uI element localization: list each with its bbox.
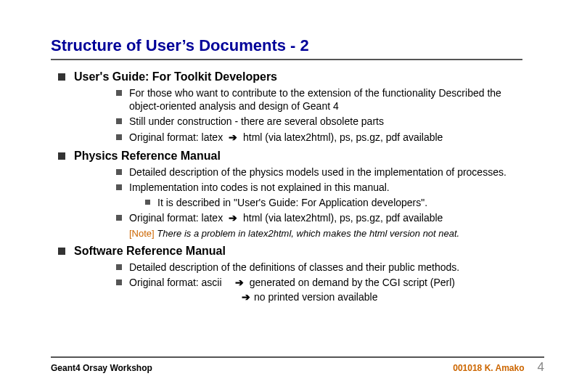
list-item: Original format: latex ➔ html (via latex… [116, 131, 522, 144]
list-item: Original format: ascii ➔ generated on de… [116, 276, 522, 289]
square-bullet-icon [116, 264, 122, 270]
list-item: Original format: latex ➔ html (via latex… [116, 211, 522, 224]
arrow-icon: ➔ [238, 291, 254, 303]
item-text: Original format: latex ➔ html (via latex… [129, 131, 443, 144]
square-bullet-icon [116, 215, 122, 221]
footer: Geant4 Orsay Workshop 001018 K. Amako 4 [51, 356, 544, 375]
item-text: Still under construction - there are sev… [129, 115, 384, 128]
footer-date-author: 001018 K. Amako [453, 363, 524, 373]
square-bullet-icon [116, 184, 122, 190]
square-bullet-icon [116, 134, 122, 140]
section-heading: Physics Reference Manual [58, 150, 522, 163]
section-heading: User's Guide: For Toolkit Developers [58, 70, 522, 83]
square-bullet-icon [58, 73, 65, 81]
empty-lead [129, 291, 238, 303]
item-text: Detailed description of the physics mode… [129, 166, 506, 179]
item-text: Original format: ascii ➔ generated on de… [129, 276, 455, 289]
subitem-text: It is described in "User's Guide: For Ap… [157, 196, 427, 209]
footer-workshop: Geant4 Orsay Workshop [51, 363, 152, 373]
list-subitem: It is described in "User's Guide: For Ap… [145, 196, 522, 209]
title-divider [51, 59, 522, 60]
item-text: Implementation into codes is not explain… [129, 181, 390, 194]
arrow-icon: ➔ [226, 212, 240, 224]
format-lead: Original format: latex [129, 212, 223, 224]
heading-text: Physics Reference Manual [74, 150, 221, 163]
arrow-icon: ➔ [232, 277, 247, 288]
format-lead: Original format: ascii [129, 276, 229, 289]
square-bullet-icon [145, 200, 150, 205]
list-item: Detailed description of the physics mode… [116, 166, 522, 179]
footer-divider [51, 356, 544, 358]
square-bullet-icon [116, 90, 122, 96]
square-bullet-icon [116, 279, 122, 285]
format-lead: Original format: latex [129, 131, 223, 143]
format-tail: no printed version available [254, 291, 377, 303]
continuation-line: ➔ no printed version available [129, 291, 522, 303]
heading-text: Software Reference Manual [74, 245, 226, 258]
format-tail: html (via latex2html), ps, ps.gz, pdf av… [243, 212, 443, 224]
list-item: For those who want to contribute to the … [116, 86, 522, 113]
item-text: For those who want to contribute to the … [129, 86, 522, 113]
format-tail: html (via latex2html), ps, ps.gz, pdf av… [243, 131, 443, 143]
item-text: Original format: latex ➔ html (via latex… [129, 211, 443, 224]
heading-text: User's Guide: For Toolkit Developers [74, 70, 277, 83]
square-bullet-icon [58, 248, 65, 255]
square-bullet-icon [116, 169, 122, 175]
page-number: 4 [538, 360, 544, 375]
note-label: [Note] [129, 228, 155, 239]
section-heading: Software Reference Manual [58, 245, 522, 258]
format-tail: generated on demand by the CGI script (P… [250, 277, 455, 288]
list-item: Still under construction - there are sev… [116, 115, 522, 128]
list-item: Implementation into codes is not explain… [116, 181, 522, 194]
square-bullet-icon [58, 152, 65, 160]
note-text: There is a problem in latex2html, which … [157, 228, 459, 239]
note-line: [Note] There is a problem in latex2html,… [129, 228, 522, 239]
list-item: Detailed description of the definitions … [116, 261, 522, 274]
item-text: Detailed description of the definitions … [129, 261, 459, 274]
slide-title: Structure of User’s Documents - 2 [51, 36, 522, 59]
arrow-icon: ➔ [226, 131, 240, 143]
square-bullet-icon [116, 118, 122, 124]
